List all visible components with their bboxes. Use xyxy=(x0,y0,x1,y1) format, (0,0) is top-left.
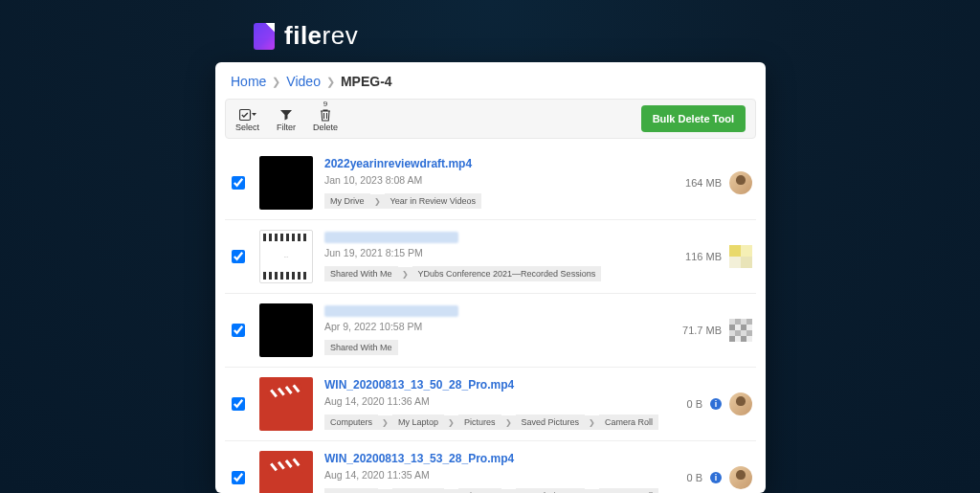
chevron-right-icon: ❯ xyxy=(444,489,458,494)
breadcrumb-home[interactable]: Home xyxy=(231,74,266,89)
file-row: WIN_20200813_13_50_28_Pro.mp4Aug 14, 202… xyxy=(225,368,756,441)
path-segment[interactable]: Shared With Me xyxy=(324,266,398,281)
breadcrumb: Home ❯ Video ❯ MPEG-4 xyxy=(215,62,766,99)
path-segment[interactable]: Shared With Me xyxy=(324,340,398,355)
delete-count-badge: 9 xyxy=(323,100,327,108)
path-segment[interactable]: Pictures xyxy=(458,488,501,493)
file-size: 0 B xyxy=(686,398,702,410)
thumbnail[interactable]: ... xyxy=(259,230,313,283)
file-list: 2022yearinreviewdraft.mp4Jan 10, 2023 8:… xyxy=(225,146,756,493)
thumbnail[interactable] xyxy=(259,451,313,493)
file-path: Shared With Me xyxy=(324,340,671,355)
chevron-right-icon: ❯ xyxy=(501,415,516,430)
file-name[interactable] xyxy=(324,305,458,317)
row-checkbox[interactable] xyxy=(232,250,245,263)
logo-text: filerev xyxy=(284,21,358,51)
chevron-right-icon: ❯ xyxy=(585,415,599,430)
bulk-delete-button[interactable]: Bulk Delete Tool xyxy=(641,105,746,132)
file-path: Computers❯My Laptop❯Pictures❯Saved Pictu… xyxy=(324,488,675,493)
logo-icon xyxy=(254,23,275,50)
file-date: Jan 10, 2023 8:08 AM xyxy=(324,174,674,186)
row-checkbox-wrap xyxy=(229,250,248,263)
toolbar: Select Filter 9 Delete Bulk Delete Tool xyxy=(225,99,756,139)
owner-avatar[interactable] xyxy=(729,319,752,342)
file-size: 71.7 MB xyxy=(682,325,722,336)
chevron-right-icon: ❯ xyxy=(378,489,392,494)
file-size: 0 B xyxy=(686,472,702,483)
path-segment[interactable]: Computers xyxy=(324,415,378,430)
owner-avatar[interactable] xyxy=(729,392,752,415)
file-meta: 2022yearinreviewdraft.mp4Jan 10, 2023 8:… xyxy=(324,157,674,209)
path-segment[interactable]: My Drive xyxy=(324,193,370,209)
row-right: 116 MB xyxy=(685,245,752,268)
owner-avatar[interactable] xyxy=(729,171,752,194)
file-meta: WIN_20200813_13_50_28_Pro.mp4Aug 14, 202… xyxy=(324,378,675,430)
info-icon[interactable]: i xyxy=(710,398,722,410)
row-right: 0 Bi xyxy=(686,466,752,489)
checkbox-dropdown-icon xyxy=(239,107,256,123)
breadcrumb-video[interactable]: Video xyxy=(286,74,321,89)
row-checkbox-wrap xyxy=(229,176,248,190)
chevron-right-icon: ❯ xyxy=(501,489,516,494)
row-checkbox[interactable] xyxy=(232,397,245,411)
svg-rect-1 xyxy=(269,398,303,421)
filter-label: Filter xyxy=(277,123,296,132)
path-segment[interactable]: Saved Pictures xyxy=(516,488,586,493)
file-size: 116 MB xyxy=(685,251,722,262)
file-date: Aug 14, 2020 11:35 AM xyxy=(324,469,675,481)
main-panel: Home ❯ Video ❯ MPEG-4 Select Filter 9 xyxy=(215,62,766,493)
owner-avatar[interactable] xyxy=(729,245,752,268)
row-checkbox[interactable] xyxy=(232,324,245,337)
select-tool[interactable]: Select xyxy=(235,107,259,132)
path-segment[interactable]: My Laptop xyxy=(392,488,444,493)
path-segment[interactable]: Pictures xyxy=(458,415,501,430)
row-checkbox-wrap xyxy=(229,324,248,337)
info-icon[interactable]: i xyxy=(710,472,722,483)
filter-icon xyxy=(279,107,293,123)
file-name[interactable]: 2022yearinreviewdraft.mp4 xyxy=(324,157,674,170)
thumbnail[interactable] xyxy=(259,377,313,431)
file-name[interactable] xyxy=(324,232,458,243)
path-segment[interactable]: Computers xyxy=(324,488,378,493)
thumbnail[interactable] xyxy=(259,156,313,210)
chevron-right-icon: ❯ xyxy=(585,489,599,494)
file-name[interactable]: WIN_20200813_13_50_28_Pro.mp4 xyxy=(324,378,675,392)
chevron-right-icon: ❯ xyxy=(398,267,412,281)
delete-tool[interactable]: 9 Delete xyxy=(313,107,338,132)
thumbnail[interactable] xyxy=(259,303,313,357)
row-checkbox-wrap xyxy=(229,397,248,411)
file-row: Apr 9, 2022 10:58 PMShared With Me71.7 M… xyxy=(225,294,756,368)
path-segment[interactable]: Camera Roll xyxy=(599,488,658,493)
file-row: WIN_20200813_13_53_28_Pro.mp4Aug 14, 202… xyxy=(225,441,756,493)
path-segment[interactable]: Camera Roll xyxy=(599,415,658,430)
row-checkbox[interactable] xyxy=(232,471,245,484)
trash-icon xyxy=(320,107,331,123)
file-meta: Jun 19, 2021 8:15 PMShared With Me❯YDubs… xyxy=(324,232,674,281)
row-right: 164 MB xyxy=(685,171,752,194)
chevron-right-icon: ❯ xyxy=(272,76,280,88)
delete-label: Delete xyxy=(313,123,338,132)
chevron-right-icon: ❯ xyxy=(378,415,392,430)
breadcrumb-current: MPEG-4 xyxy=(341,74,392,89)
path-segment[interactable]: YDubs Conference 2021—Recorded Sessions xyxy=(412,266,602,281)
file-name[interactable]: WIN_20200813_13_53_28_Pro.mp4 xyxy=(324,452,675,465)
file-path: Computers❯My Laptop❯Pictures❯Saved Pictu… xyxy=(324,415,675,430)
file-meta: WIN_20200813_13_53_28_Pro.mp4Aug 14, 202… xyxy=(324,452,675,493)
file-date: Jun 19, 2021 8:15 PM xyxy=(324,247,674,258)
owner-avatar[interactable] xyxy=(729,466,752,489)
path-segment[interactable]: Year in Review Videos xyxy=(385,193,482,209)
app-logo: filerev xyxy=(254,21,358,51)
file-size: 164 MB xyxy=(685,177,722,189)
row-checkbox[interactable] xyxy=(232,176,245,190)
row-right: 71.7 MB xyxy=(682,319,752,342)
row-right: 0 Bi xyxy=(686,392,752,415)
file-date: Aug 14, 2020 11:36 AM xyxy=(324,395,675,407)
svg-rect-3 xyxy=(269,472,303,493)
path-segment[interactable]: My Laptop xyxy=(392,415,444,430)
filter-tool[interactable]: Filter xyxy=(277,107,296,132)
select-label: Select xyxy=(235,123,259,132)
file-path: My Drive❯Year in Review Videos xyxy=(324,193,674,209)
path-segment[interactable]: Saved Pictures xyxy=(516,415,586,430)
file-date: Apr 9, 2022 10:58 PM xyxy=(324,321,671,332)
chevron-right-icon: ❯ xyxy=(444,415,458,430)
